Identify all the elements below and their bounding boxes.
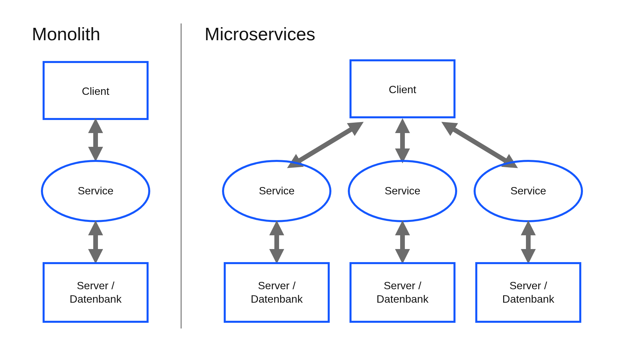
microservices-client-node: Client xyxy=(351,60,454,117)
monolith-client-node: Client xyxy=(44,62,148,119)
svg-rect-8 xyxy=(351,263,454,322)
ms-server-label-3a: Server / xyxy=(509,280,547,292)
monolith-client-label: Client xyxy=(82,85,109,97)
ms-service-label-3: Service xyxy=(511,185,546,197)
ms-server-label-1a: Server / xyxy=(258,280,296,292)
svg-rect-2 xyxy=(44,263,148,322)
ms-service-label-2: Service xyxy=(385,185,421,197)
svg-rect-9 xyxy=(476,263,580,322)
ms-server-label-3b: Datenbank xyxy=(502,293,555,305)
ms-service-node-2: Service xyxy=(349,161,456,221)
ms-server-label-2a: Server / xyxy=(384,280,421,292)
monolith-service-node: Service xyxy=(42,161,149,221)
ms-server-node-3: Server / Datenbank xyxy=(476,263,580,322)
ms-server-node-1: Server / Datenbank xyxy=(225,263,329,322)
svg-rect-7 xyxy=(225,263,329,322)
ms-arrow-client-service-3 xyxy=(448,126,512,164)
monolith-title: Monolith xyxy=(32,24,100,44)
microservices-title: Microservices xyxy=(205,24,315,44)
ms-arrow-client-service-1 xyxy=(293,126,357,164)
architecture-diagram: Monolith Client Service Server / Datenba… xyxy=(0,0,644,362)
monolith-server-label-1: Server / xyxy=(77,280,114,292)
ms-server-label-1b: Datenbank xyxy=(251,293,303,305)
ms-service-label-1: Service xyxy=(259,185,295,197)
ms-server-node-2: Server / Datenbank xyxy=(351,263,454,322)
microservices-client-label: Client xyxy=(389,83,416,96)
ms-service-node-3: Service xyxy=(475,161,582,221)
ms-server-label-2b: Datenbank xyxy=(377,293,429,305)
monolith-service-label: Service xyxy=(78,185,114,197)
monolith-server-node: Server / Datenbank xyxy=(44,263,148,322)
monolith-server-label-2: Datenbank xyxy=(70,293,122,305)
ms-service-node-1: Service xyxy=(223,161,330,221)
